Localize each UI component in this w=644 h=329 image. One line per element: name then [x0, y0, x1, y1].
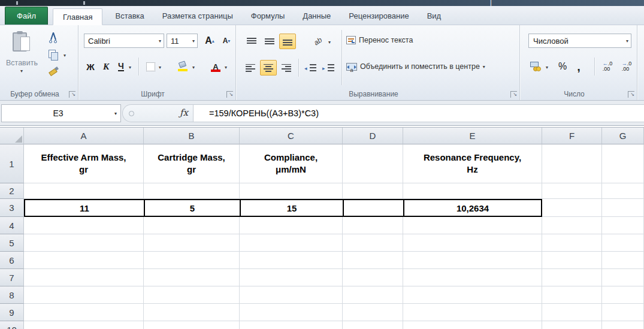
cell-E1[interactable]: Resonance Frequency,Hz	[403, 144, 542, 183]
cell-D1[interactable]	[343, 144, 403, 183]
cell-D3[interactable]	[343, 199, 403, 217]
formula-input[interactable]: =159/КОРЕНЬ((A3+B3)*C3)	[193, 104, 644, 122]
column-header-c[interactable]: C	[240, 128, 343, 144]
tab-data[interactable]: Данные	[294, 8, 340, 25]
increase-decimal-button[interactable]: ←.0.00	[598, 59, 616, 74]
tab-file[interactable]: Файл	[5, 7, 48, 25]
cell-C5[interactable]	[240, 234, 343, 252]
cell-E8[interactable]	[403, 286, 542, 304]
cell-F10[interactable]	[542, 321, 602, 329]
row-header-10[interactable]: 10	[0, 321, 24, 329]
cell-D2[interactable]	[343, 183, 403, 199]
cell-C9[interactable]	[240, 304, 343, 321]
font-color-button[interactable]: А	[208, 59, 223, 74]
cell-G3[interactable]	[602, 199, 644, 217]
cell-D8[interactable]	[343, 286, 403, 304]
cell-G7[interactable]	[602, 269, 644, 286]
font-color-dropdown-icon[interactable]: ▾	[225, 65, 227, 70]
underline-dropdown-icon[interactable]: ▾	[129, 65, 131, 70]
tab-view[interactable]: Вид	[418, 8, 451, 25]
cell-G2[interactable]	[602, 183, 644, 199]
align-bottom-button[interactable]	[279, 34, 296, 49]
underline-button[interactable]: Ч	[114, 59, 128, 74]
cell-C10[interactable]	[240, 321, 343, 329]
row-header-1[interactable]: 1	[0, 144, 24, 183]
copy-button[interactable]	[46, 48, 61, 61]
insert-function-button[interactable]: ƒx	[180, 107, 188, 118]
cell-F5[interactable]	[542, 234, 602, 252]
cell-F4[interactable]	[542, 217, 602, 234]
cell-F7[interactable]	[542, 269, 602, 286]
align-left-button[interactable]	[242, 60, 259, 76]
cell-A8[interactable]	[24, 286, 144, 304]
align-middle-button[interactable]	[261, 34, 278, 49]
tab-page-layout[interactable]: Разметка страницы	[153, 8, 242, 25]
row-header-9[interactable]: 9	[0, 304, 24, 321]
cell-E9[interactable]	[403, 304, 542, 321]
borders-button[interactable]	[143, 59, 158, 74]
accounting-format-button[interactable]	[528, 59, 544, 74]
cell-D6[interactable]	[343, 252, 403, 269]
tab-insert[interactable]: Вставка	[106, 8, 153, 25]
cell-G4[interactable]	[602, 217, 644, 234]
cell-F8[interactable]	[542, 286, 602, 304]
cell-B2[interactable]	[144, 183, 240, 199]
row-header-5[interactable]: 5	[0, 234, 24, 252]
alignment-dialog-launcher-icon[interactable]: ↘	[510, 91, 517, 98]
column-header-g[interactable]: G	[602, 128, 644, 144]
select-all-button[interactable]	[0, 128, 24, 144]
cell-E3[interactable]: 10,2634	[403, 199, 542, 217]
column-header-a[interactable]: A	[24, 128, 144, 144]
orientation-button[interactable]: ab	[309, 34, 327, 49]
column-header-f[interactable]: F	[542, 128, 602, 144]
cell-C1[interactable]: Compliance,μm/mN	[240, 144, 343, 183]
cell-E4[interactable]	[403, 217, 542, 234]
accounting-dropdown-icon[interactable]: ▾	[546, 65, 548, 70]
decrease-decimal-button[interactable]: →.0.00	[618, 59, 636, 74]
cell-A6[interactable]	[24, 252, 144, 269]
grow-font-button[interactable]: А ▴	[202, 34, 217, 48]
row-header-2[interactable]: 2	[0, 183, 24, 199]
cell-C4[interactable]	[240, 217, 343, 234]
cell-A1[interactable]: Effective Arm Mass,gr	[24, 144, 144, 183]
column-header-b[interactable]: B	[144, 128, 240, 144]
cell-B9[interactable]	[144, 304, 240, 321]
cell-D4[interactable]	[343, 217, 403, 234]
align-center-button[interactable]	[260, 60, 277, 76]
cell-C7[interactable]	[240, 269, 343, 286]
cell-B8[interactable]	[144, 286, 240, 304]
cell-A5[interactable]	[24, 234, 144, 252]
paste-dropdown-icon[interactable]: ▾	[6, 68, 37, 74]
cell-C8[interactable]	[240, 286, 343, 304]
cell-F9[interactable]	[542, 304, 602, 321]
row-header-8[interactable]: 8	[0, 286, 24, 304]
copy-dropdown-icon[interactable]: ▾	[64, 53, 66, 58]
column-header-d[interactable]: D	[343, 128, 403, 144]
merge-center-button[interactable]: a Объединить и поместить в центре ▾	[346, 62, 485, 71]
cell-A3[interactable]: 11	[24, 199, 144, 217]
cell-C6[interactable]	[240, 252, 343, 269]
cell-E7[interactable]	[403, 269, 542, 286]
cell-B10[interactable]	[144, 321, 240, 329]
row-header-6[interactable]: 6	[0, 252, 24, 269]
orientation-dropdown-icon[interactable]: ▾	[328, 40, 331, 45]
cell-A10[interactable]	[24, 321, 144, 329]
name-box-dropdown-icon[interactable]: ▾	[114, 111, 120, 116]
paste-button[interactable]: Вставить ▾	[6, 30, 37, 85]
cell-B3[interactable]: 5	[144, 199, 240, 217]
clipboard-dialog-launcher-icon[interactable]: ↘	[69, 91, 75, 98]
wrap-text-button[interactable]: Перенос текста	[346, 36, 413, 44]
italic-button[interactable]: К	[99, 59, 113, 74]
cell-F3[interactable]	[542, 199, 602, 217]
cell-F1[interactable]	[542, 144, 602, 183]
cell-F2[interactable]	[542, 183, 602, 199]
cell-D5[interactable]	[343, 234, 403, 252]
cell-G6[interactable]	[602, 252, 644, 269]
cell-G8[interactable]	[602, 286, 644, 304]
shrink-font-button[interactable]: А ▾	[219, 34, 234, 48]
decrease-indent-button[interactable]: ◂	[302, 60, 319, 76]
cell-F6[interactable]	[542, 252, 602, 269]
number-format-select[interactable]: Числовой ▾	[528, 34, 631, 48]
cell-C3[interactable]: 15	[240, 199, 343, 217]
comma-style-button[interactable]: ,	[573, 59, 585, 74]
